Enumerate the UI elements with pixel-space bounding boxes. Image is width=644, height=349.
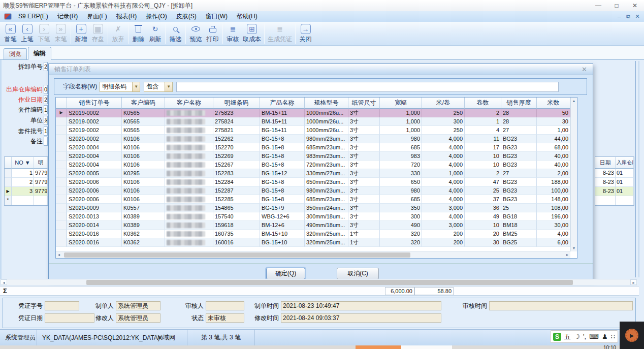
scroll-left-icon[interactable]: ◂ (1, 279, 7, 285)
scroll-left-icon[interactable]: ◂ (56, 252, 62, 258)
column-header[interactable]: 米/卷 (422, 98, 465, 109)
form-hscrollbar[interactable]: ◂ ▸ (0, 279, 637, 285)
column-header[interactable]: 销售订单号 (67, 98, 122, 109)
filter-value-input[interactable] (176, 82, 559, 92)
close-form-button[interactable]: →关闭 (297, 22, 314, 45)
table-row[interactable]: S2020-0005K0295152283BG-15+12330mm/27um.… (56, 169, 570, 178)
get-cost-button[interactable]: ⊞取成本 (241, 22, 263, 45)
table-row[interactable]: S2020-0014K0389159618BM-12+6490mm/18um..… (56, 221, 570, 230)
sogou-halfmoon-icon[interactable]: ☽ (574, 333, 580, 340)
scroll-right-icon[interactable]: ▸ (564, 252, 570, 258)
audit-button[interactable]: ≣审核 (224, 22, 241, 45)
scroll-right-icon[interactable]: ▸ (630, 279, 637, 285)
detail-row[interactable]: ▶397792 (5, 187, 48, 196)
table-vscrollbar[interactable]: ▲ ▼ (570, 98, 577, 251)
table-row[interactable]: S2020-0002K0106152262BG-15+8980mm/23um..… (56, 135, 570, 143)
field-input[interactable]: 2 (44, 62, 48, 71)
column-header[interactable]: 产品名称 (260, 98, 305, 109)
taskbar-item-orange[interactable] (356, 345, 401, 349)
menu-item[interactable]: 界面(F) (82, 13, 111, 20)
column-header[interactable]: 规格型号 (305, 98, 348, 109)
scroll-down-icon[interactable]: ▼ (571, 246, 577, 250)
footer-field-value[interactable] (489, 301, 633, 310)
table-row[interactable]: ▶S2019-0002K0565275823BM-15+111000mm/26u… (56, 109, 570, 117)
form-hscroll-thumb[interactable] (86, 280, 573, 285)
column-header[interactable]: 客户编码 (122, 98, 165, 109)
footer-field-value[interactable] (45, 301, 79, 310)
table-row[interactable]: S2020-0006K0106152287BG-15+8980mm/23um..… (56, 186, 570, 195)
column-header[interactable]: 卷数 (465, 98, 501, 109)
field-input[interactable]: 1 (44, 126, 48, 136)
footer-field-value[interactable]: 未审核 (206, 313, 244, 323)
table-row[interactable]: S2020-0009K0557154865BG-15+9350mm/24um..… (56, 204, 570, 212)
minimize-icon[interactable]: — (589, 0, 607, 11)
detail-row[interactable]: 8-2301 (595, 178, 634, 187)
detail-row[interactable]: 297792 (5, 178, 48, 187)
detail-row[interactable]: 197792 (5, 169, 48, 178)
mdi-restore-icon[interactable]: ⧉ (624, 11, 633, 22)
menu-item[interactable]: 报表(R) (112, 13, 142, 20)
field-input[interactable]: 0 (44, 85, 48, 94)
print-button[interactable]: 打印 (204, 22, 221, 45)
table-row[interactable]: S2019-0002K0565275824BM-15+111000mm/26u.… (56, 117, 570, 126)
menu-item[interactable]: 帮助(H) (232, 13, 262, 20)
sogou-keyboard-icon[interactable]: ⌨ (589, 333, 599, 340)
chevron-down-icon[interactable]: ▼ (132, 82, 140, 91)
column-header[interactable]: 纸管尺寸 (348, 98, 380, 109)
refresh-button[interactable]: ↻刷新 (147, 22, 164, 45)
dialog-close-icon[interactable]: ✕ (582, 66, 587, 73)
first-record-button[interactable]: «首笔 (2, 22, 19, 45)
menu-item[interactable]: 窗口(W) (201, 13, 232, 20)
footer-field-value[interactable]: 系统管理员 (116, 313, 160, 323)
menu-item[interactable]: 记录(R) (53, 13, 83, 20)
table-row[interactable]: S2020-0016K0362160016BG-15+10320mm/25um.… (56, 238, 570, 247)
prev-record-button[interactable]: ‹上笔 (19, 22, 36, 45)
mdi-close-icon[interactable]: ✕ (633, 11, 642, 22)
sogou-punctuation-icon[interactable]: ', (583, 333, 586, 340)
close-icon[interactable]: ✕ (626, 0, 644, 11)
menu-item[interactable]: S9 ERP(E) (14, 13, 53, 20)
table-hscrollbar[interactable]: ◂ ▸ (56, 251, 570, 258)
operator-select[interactable]: 包含 ▼ (144, 82, 173, 92)
sogou-wubi-icon[interactable]: 五 (564, 332, 571, 341)
maximize-icon[interactable]: □ (607, 0, 626, 11)
field-select[interactable]: 明细条码 ▼ (100, 82, 140, 92)
preview-button[interactable]: 预览 (187, 22, 204, 45)
column-header[interactable]: 宽幅 (380, 98, 422, 109)
column-header[interactable]: 米数 (537, 98, 570, 109)
sogou-logo-icon[interactable]: S (553, 333, 561, 341)
table-row[interactable]: S2020-0006K0106152285BG-15+8685mm/23um..… (56, 195, 570, 204)
table-row[interactable]: S2020-0004K0106152270BG-15+8685mm/23um..… (56, 143, 570, 152)
footer-field-value[interactable]: 系统管理员 (116, 301, 160, 310)
delete-button[interactable]: 删除 (130, 22, 147, 45)
column-header[interactable]: 明细条码 (213, 98, 260, 109)
tab-edit[interactable]: 编辑 (28, 47, 51, 60)
table-row[interactable]: S2020-0013K0389157540WBG-12+6300mm/18um.… (56, 212, 570, 221)
footer-field-value[interactable] (206, 301, 244, 310)
detail-row[interactable]: 8-2301 (595, 169, 634, 178)
new-row[interactable]: * (5, 196, 48, 205)
add-button[interactable]: +新增 (73, 22, 89, 45)
footer-field-value[interactable]: 2021-08-24 09:03:37 (281, 313, 441, 323)
field-input[interactable]: 2 (44, 95, 48, 104)
tray-app-logo[interactable]: ▶ (620, 322, 644, 349)
table-row[interactable]: S2020-0016K0362160735BM-15+10320mm/25um.… (56, 230, 570, 238)
cancel-button[interactable]: 取消(C) (337, 268, 379, 279)
table-row[interactable]: S2020-0004K0106152267BG-15+8720mm/23um..… (56, 161, 570, 169)
table-row[interactable]: S2020-0006K0106152284BG-15+8650mm/23um..… (56, 178, 570, 186)
table-row[interactable]: S2020-0004K0106152269BG-15+8983mm/23um..… (56, 152, 570, 161)
footer-field-value[interactable]: 2021-08-23 10:49:47 (281, 301, 441, 310)
sogou-person-icon[interactable]: ♟ (602, 333, 608, 340)
mdi-minimize-icon[interactable]: – (615, 11, 624, 22)
chevron-down-icon[interactable]: ▼ (165, 82, 172, 91)
tab-browse[interactable]: 浏览 (4, 48, 27, 59)
sogou-toolbox-icon[interactable]: ∷ (611, 333, 615, 340)
detail-row[interactable]: 8-2301 (595, 187, 634, 196)
ok-button[interactable]: 确定(Q) (266, 268, 305, 279)
filter-button[interactable]: 筛选 (167, 22, 184, 45)
field-input[interactable]: 1 (44, 105, 48, 114)
table-row[interactable]: S2019-0002K0565275821BG-15+111000mm/26u.… (56, 126, 570, 135)
hscroll-thumb[interactable] (64, 252, 410, 258)
menu-item[interactable]: 皮肤(S) (172, 13, 201, 20)
column-header[interactable]: 销售厚度 (501, 98, 537, 109)
